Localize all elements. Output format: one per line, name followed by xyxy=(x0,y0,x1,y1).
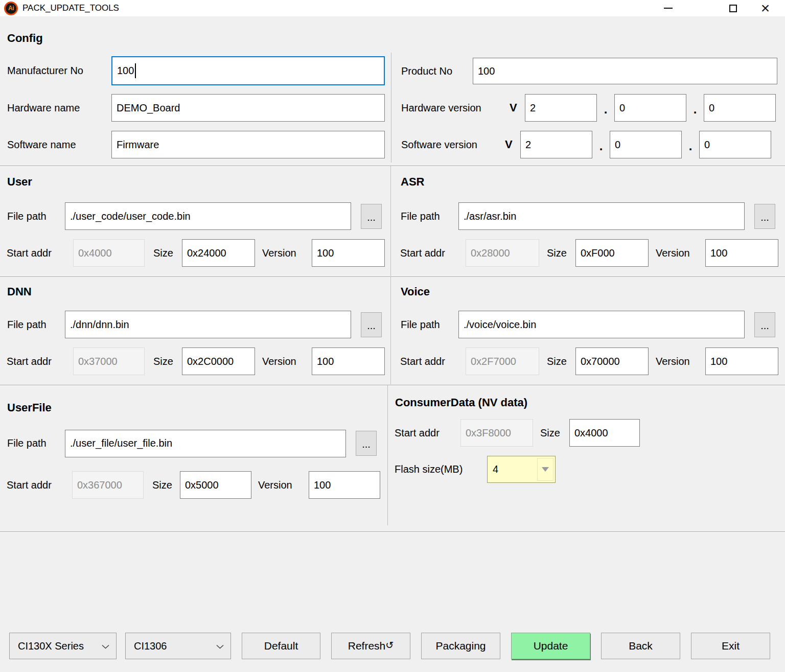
series-select[interactable]: CI130X Series xyxy=(9,633,117,659)
maximize-button[interactable] xyxy=(722,0,745,16)
voice-size-input[interactable] xyxy=(575,347,649,375)
back-button[interactable]: Back xyxy=(601,633,680,659)
triangle-down-icon xyxy=(542,467,549,472)
flash-size-select[interactable]: 4 xyxy=(487,456,556,483)
user-startaddr-input xyxy=(73,239,145,267)
software-version-patch-input[interactable] xyxy=(699,131,771,158)
update-button[interactable]: Update xyxy=(511,633,590,659)
voice-version-input[interactable] xyxy=(705,347,778,375)
dnn-version-input[interactable] xyxy=(312,347,385,375)
footer-toolbar: CI130X Series CI1306 Default Refresh↺ Pa… xyxy=(0,633,785,659)
voice-browse-button[interactable]: ... xyxy=(754,312,775,337)
version-label: Version xyxy=(656,356,705,367)
user-browse-button[interactable]: ... xyxy=(361,204,382,229)
user-section: User File path ... Start addr Size Versi… xyxy=(0,166,391,276)
software-version-minor-input[interactable] xyxy=(610,131,682,158)
dnn-heading: DNN xyxy=(7,285,32,298)
refresh-icon: ↺ xyxy=(385,639,394,651)
consumerdata-size-input[interactable] xyxy=(569,419,640,447)
hardware-version-prefix: V xyxy=(510,101,525,114)
version-dot: . xyxy=(592,139,610,153)
voice-heading: Voice xyxy=(401,285,430,298)
size-label: Size xyxy=(153,247,182,259)
chevron-down-icon xyxy=(216,640,224,652)
dnn-browse-button[interactable]: ... xyxy=(361,312,382,337)
maximize-icon xyxy=(729,5,737,12)
dnn-filepath-row: File path ... xyxy=(0,311,390,338)
version-dot: . xyxy=(686,102,704,117)
user-addr-row: Start addr Size Version xyxy=(0,239,390,267)
size-label: Size xyxy=(153,356,182,367)
asr-filepath-input[interactable] xyxy=(458,202,745,230)
minimize-button[interactable] xyxy=(657,0,680,16)
separator xyxy=(0,531,785,532)
voice-addr-row: Start addr Size Version xyxy=(391,347,785,375)
hardware-version-label: Hardware version xyxy=(401,102,510,114)
voice-filepath-input[interactable] xyxy=(458,311,745,338)
file-path-label: File path xyxy=(7,437,65,449)
userfile-version-input[interactable] xyxy=(309,471,380,499)
version-label: Version xyxy=(262,356,312,367)
consumerdata-heading: ConsumerData (NV data) xyxy=(395,396,527,409)
asr-heading: ASR xyxy=(401,175,424,189)
file-path-label: File path xyxy=(401,211,458,222)
title-bar: Ai PACK_UPDATE_TOOLS × xyxy=(0,0,785,16)
version-label: Version xyxy=(656,247,705,259)
version-dot: . xyxy=(597,102,614,117)
file-path-label: File path xyxy=(401,319,458,331)
user-size-input[interactable] xyxy=(182,239,255,267)
product-no-label: Product No xyxy=(401,65,473,77)
product-no-input[interactable] xyxy=(473,58,777,84)
default-button[interactable]: Default xyxy=(242,633,320,659)
userfile-browse-button[interactable]: ... xyxy=(356,431,377,456)
version-label: Version xyxy=(258,479,309,491)
user-version-input[interactable] xyxy=(312,239,385,267)
app-icon: Ai xyxy=(4,2,18,15)
consumerdata-addr-row: Start addr Size xyxy=(388,419,785,447)
file-path-label: File path xyxy=(7,211,65,222)
flash-size-value: 4 xyxy=(493,464,498,475)
hardware-version-minor-input[interactable] xyxy=(614,94,686,122)
consumerdata-section: ConsumerData (NV data) Start addr Size F… xyxy=(388,385,785,531)
packaging-button[interactable]: Packaging xyxy=(421,633,500,659)
refresh-button-label: Refresh xyxy=(348,640,386,652)
close-button[interactable]: × xyxy=(754,0,777,16)
dnn-section: DNN File path ... Start addr Size Versio… xyxy=(0,277,391,384)
software-version-prefix: V xyxy=(505,138,520,151)
user-filepath-input[interactable] xyxy=(65,202,351,230)
start-addr-label: Start addr xyxy=(7,247,73,259)
flash-dropdown-button[interactable] xyxy=(537,458,553,481)
software-version-major-input[interactable] xyxy=(520,131,592,158)
refresh-button[interactable]: Refresh↺ xyxy=(331,633,410,659)
back-button-label: Back xyxy=(629,640,653,652)
userfile-filepath-input[interactable] xyxy=(65,430,346,457)
userfile-heading: UserFile xyxy=(7,401,52,414)
default-button-label: Default xyxy=(264,640,298,652)
packaging-button-label: Packaging xyxy=(435,640,486,652)
update-button-label: Update xyxy=(534,640,568,652)
exit-button[interactable]: Exit xyxy=(691,633,770,659)
chevron-down-icon xyxy=(102,640,109,652)
start-addr-label: Start addr xyxy=(7,479,72,491)
userfile-size-input[interactable] xyxy=(180,471,251,499)
dnn-filepath-input[interactable] xyxy=(65,311,351,338)
start-addr-label: Start addr xyxy=(395,427,460,439)
dnn-addr-row: Start addr Size Version xyxy=(0,347,390,375)
hardware-version-patch-input[interactable] xyxy=(704,94,776,122)
config-heading: Config xyxy=(7,32,43,45)
version-dot: . xyxy=(682,139,699,153)
asr-version-input[interactable] xyxy=(705,239,778,267)
exit-button-label: Exit xyxy=(722,640,740,652)
chip-select[interactable]: CI1306 xyxy=(125,633,231,659)
asr-size-input[interactable] xyxy=(575,239,649,267)
series-select-value: CI130X Series xyxy=(18,640,84,652)
hardware-version-row: Hardware version V . . xyxy=(0,94,785,122)
file-path-label: File path xyxy=(7,319,65,331)
dnn-size-input[interactable] xyxy=(182,347,255,375)
hardware-version-major-input[interactable] xyxy=(525,94,597,122)
asr-browse-button[interactable]: ... xyxy=(754,204,775,229)
software-version-label: Software version xyxy=(401,139,505,151)
userfile-addr-row: Start addr Size Version xyxy=(0,471,387,499)
size-label: Size xyxy=(540,427,569,439)
size-label: Size xyxy=(547,247,575,259)
